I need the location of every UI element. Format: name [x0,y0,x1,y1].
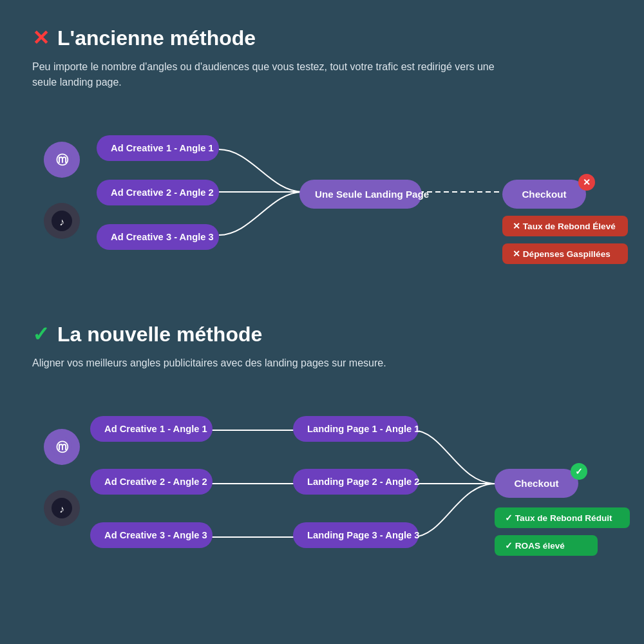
ad-pill-1-new: Ad Creative 1 - Angle 1 [90,416,213,442]
meta-icon-new: ⓜ [44,429,80,465]
svg-text:ⓜ: ⓜ [56,153,69,167]
svg-text:ⓜ: ⓜ [56,440,69,454]
ad-pill-2-old: Ad Creative 2 - Angle 2 [97,180,219,205]
old-method-section: ✕ L'ancienne méthode Peu importe le nomb… [32,26,612,296]
old-method-desc: Peu importe le nombre d'angles ou d'audi… [32,59,515,90]
checkout-success-badge-new: ✓ [571,463,587,480]
lp-pill-3-new: Landing Page 3 - Angle 3 [293,522,419,548]
new-method-section: ✓ La nouvelle méthode Aligner vos meille… [32,322,612,609]
badge-rebond-new: ✓ Taux de Rebond Réduit [495,507,630,528]
badge-depenses-old: ✕ Dépenses Gaspillées [502,243,628,264]
lp-pill-2-new: Landing Page 2 - Angle 2 [293,469,419,495]
old-method-diagram: ⓜ ♪ Ad Creative 1 - Angle 1 Ad Creative … [32,109,612,296]
tiktok-icon-new: ♪ [44,490,80,526]
new-method-title: ✓ La nouvelle méthode [32,322,612,346]
checkout-old: Checkout [502,180,586,209]
new-method-diagram: ⓜ ♪ Ad Creative 1 - Angle 1 Ad Creative … [32,390,612,609]
center-node-old: Une Seule Landing Page [299,180,422,209]
badge-rebond-old: ✕ Taux de Rebond Élevé [502,216,628,236]
old-method-title: ✕ L'ancienne méthode [32,26,612,50]
meta-icon-old: ⓜ [44,142,80,178]
tiktok-icon-old: ♪ [44,203,80,239]
checkout-error-badge-old: ✕ [578,174,595,191]
badge-roas-new: ✓ ROAS élevé [495,535,598,556]
ad-pill-1-old: Ad Creative 1 - Angle 1 [97,135,219,161]
lp-pill-1-new: Landing Page 1 - Angle 1 [293,416,419,442]
ad-pill-3-new: Ad Creative 3 - Angle 3 [90,522,213,548]
x-icon: ✕ [32,26,50,50]
checkout-new: Checkout [495,469,578,498]
svg-text:♪: ♪ [59,504,64,515]
new-method-desc: Aligner vos meilleurs angles publicitair… [32,355,515,371]
svg-text:♪: ♪ [59,216,64,227]
check-icon: ✓ [32,322,50,346]
ad-pill-2-new: Ad Creative 2 - Angle 2 [90,469,213,495]
ad-pill-3-old: Ad Creative 3 - Angle 3 [97,224,219,250]
